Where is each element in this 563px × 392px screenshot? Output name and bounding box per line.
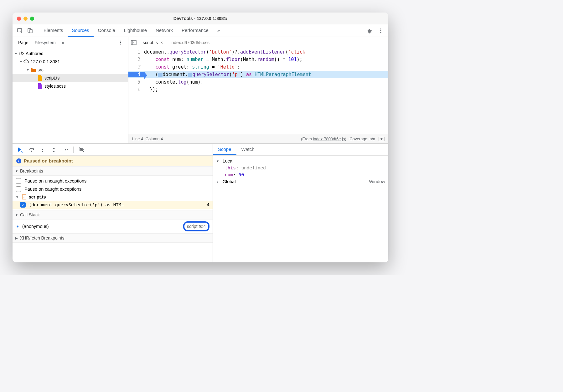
inspect-element-icon[interactable] (15, 26, 25, 36)
navigator-tab-filesystem[interactable]: Filesystem (32, 37, 59, 48)
line-content: document.querySelector('button')?.addEve… (144, 49, 388, 55)
dropdown-icon[interactable]: ▼ (379, 137, 385, 141)
step-icon[interactable] (60, 145, 70, 155)
line-number[interactable]: 3 (128, 64, 144, 70)
divider (73, 147, 74, 153)
svg-point-5 (380, 32, 381, 33)
scope-entry-this[interactable]: this: undefined (216, 164, 385, 171)
device-toggle-icon[interactable] (25, 26, 35, 36)
tree-authored[interactable]: ▼ Authored (13, 49, 128, 58)
tree-label: Authored (26, 51, 44, 56)
step-marker-icon (188, 73, 192, 77)
line-number[interactable]: 4 (128, 72, 144, 77)
tree-label: styles.scss (44, 84, 66, 89)
show-navigator-icon[interactable] (128, 37, 139, 48)
scope-local[interactable]: ▼ Local (216, 157, 385, 164)
line-number[interactable]: 5 (128, 79, 144, 85)
tab-scope[interactable]: Scope (213, 144, 236, 155)
pause-message: Paused on breakpoint (24, 158, 73, 163)
devtools-window: DevTools - 127.0.0.1:8081/ Elements Sour… (13, 13, 388, 262)
kebab-menu-icon[interactable] (376, 26, 386, 36)
debugger-toolbar (13, 144, 213, 156)
tree-label: src (38, 67, 44, 72)
scope-tabs: Scope Watch (213, 144, 388, 156)
breakpoint-file[interactable]: ▼ script.ts (13, 193, 213, 201)
xhr-breakpoints-header[interactable]: ▶ XHR/fetch Breakpoints (13, 233, 213, 243)
tab-lighthouse[interactable]: Lighthouse (120, 24, 151, 37)
code-line[interactable]: 4 (document.querySelector('p') as HTMLPa… (128, 71, 388, 78)
svg-point-4 (380, 30, 381, 31)
tab-watch[interactable]: Watch (236, 144, 260, 155)
line-number[interactable]: 6 (128, 87, 144, 92)
pause-banner: i Paused on breakpoint (13, 156, 213, 166)
tree-file-styles[interactable]: styles.scss (13, 82, 128, 90)
navigator-menu-icon[interactable] (116, 38, 126, 48)
pause-caught-toggle[interactable]: Pause on caught exceptions (13, 185, 213, 193)
tab-console[interactable]: Console (94, 24, 120, 37)
editor-tab-script[interactable]: script.ts × (139, 37, 167, 48)
step-into-icon[interactable] (38, 145, 48, 155)
checkbox-icon[interactable] (16, 186, 21, 192)
code-icon (18, 51, 24, 56)
status-bar: Line 4, Column 4 (From index.7808df6e.js… (128, 134, 388, 143)
editor-tab-label: script.ts (143, 40, 158, 45)
sourcemap-link[interactable]: index.7808df6e.js (313, 137, 345, 141)
gear-icon[interactable] (364, 26, 374, 36)
window-title: DevTools - 127.0.0.1:8081/ (13, 16, 388, 21)
tree-label: 127.0.0.1:8081 (31, 59, 60, 64)
code-line[interactable]: 1document.querySelector('button')?.addEv… (128, 48, 388, 56)
navigator-tabs: Page Filesystem » (13, 37, 128, 48)
step-over-icon[interactable] (26, 145, 36, 155)
main-tabs: Elements Sources Console Lighthouse Netw… (39, 24, 364, 37)
resume-icon[interactable] (15, 145, 25, 155)
zoom-icon[interactable] (30, 17, 34, 21)
callstack-frame[interactable]: ➧(anonymous) script.ts:4 (13, 219, 213, 233)
deactivate-breakpoints-icon[interactable] (77, 145, 87, 155)
close-icon[interactable] (17, 17, 21, 21)
breakpoints-header[interactable]: ▼ Breakpoints (13, 166, 213, 176)
code-editor[interactable]: 1document.querySelector('button')?.addEv… (128, 48, 388, 134)
navigator-tabs-overflow[interactable]: » (59, 37, 68, 48)
line-number[interactable]: 2 (128, 57, 144, 62)
line-number[interactable]: 1 (128, 49, 144, 55)
scope-pane: Scope Watch ▼ Local this: undefined num:… (213, 144, 388, 262)
scope-global[interactable]: ▶ Global Window (216, 178, 385, 185)
editor-tab-indexcss[interactable]: index.d9703d55.css (167, 37, 213, 48)
breakpoint-entry[interactable]: ✓ (document.querySelector('p') as HTM… 4 (13, 201, 213, 209)
close-icon[interactable]: × (160, 40, 163, 45)
callstack-location[interactable]: script.ts:4 (183, 221, 209, 231)
tabs-overflow[interactable]: » (213, 24, 224, 37)
code-line[interactable]: 2 const num: number = Math.floor(Math.ra… (128, 56, 388, 63)
tree-folder-src[interactable]: ▼ src (13, 66, 128, 74)
editor-pane: script.ts × index.d9703d55.css 1document… (128, 37, 388, 143)
tab-network[interactable]: Network (151, 24, 177, 37)
checkbox-checked-icon[interactable]: ✓ (20, 202, 26, 208)
step-out-icon[interactable] (49, 145, 59, 155)
callstack-header[interactable]: ▼ Call Stack (13, 210, 213, 219)
scope-entry-num[interactable]: num: 50 (216, 171, 385, 178)
svg-rect-2 (30, 29, 32, 33)
checkbox-icon[interactable] (16, 178, 21, 184)
file-icon (37, 75, 43, 81)
info-icon: i (16, 158, 21, 163)
file-icon (22, 194, 26, 199)
pause-uncaught-toggle[interactable]: Pause on uncaught exceptions (13, 177, 213, 185)
svg-point-13 (67, 149, 68, 150)
tree-file-script[interactable]: script.ts (13, 74, 128, 82)
tab-performance[interactable]: Performance (177, 24, 213, 37)
status-right: (From index.7808df6e.js) Coverage: n/a ▼ (301, 137, 385, 141)
tree-host[interactable]: ▼ 127.0.0.1:8081 (13, 58, 128, 66)
code-line[interactable]: 6 }); (128, 86, 388, 93)
code-line[interactable]: 3 const greet: string = 'Hello'; (128, 63, 388, 71)
line-content: (document.querySelector('p') as HTMLPara… (144, 72, 388, 77)
titlebar: DevTools - 127.0.0.1:8081/ (13, 13, 388, 24)
navigator-tab-page[interactable]: Page (15, 37, 32, 48)
minimize-icon[interactable] (23, 17, 28, 21)
tab-elements[interactable]: Elements (39, 24, 68, 37)
code-line[interactable]: 5 console.log(num); (128, 78, 388, 86)
svg-point-3 (380, 28, 381, 29)
tab-sources[interactable]: Sources (68, 24, 94, 37)
current-frame-icon: ➧ (16, 224, 20, 229)
file-icon (37, 83, 43, 89)
line-content: console.log(num); (144, 79, 388, 85)
